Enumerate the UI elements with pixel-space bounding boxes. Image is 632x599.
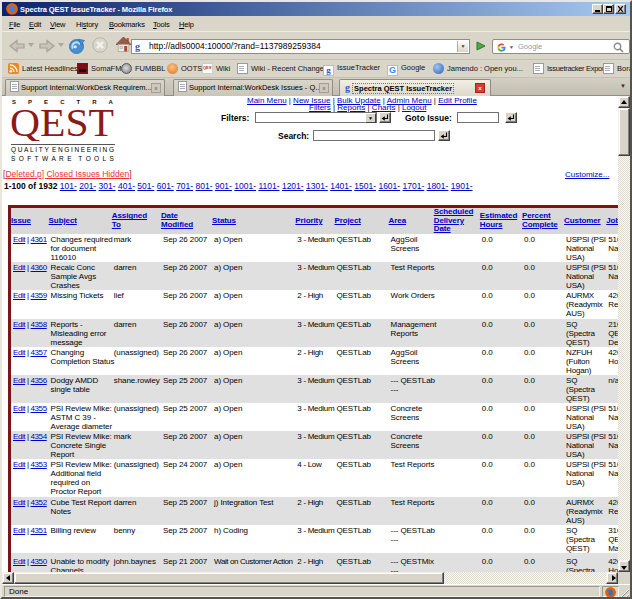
svg-text:QEST: QEST [10,105,114,141]
